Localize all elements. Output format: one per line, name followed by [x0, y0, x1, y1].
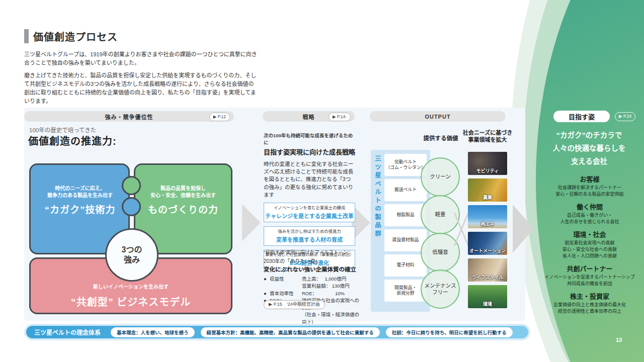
strengths-subtitle: 100年の歴史で培ってきた — [29, 126, 96, 134]
stakeholder-list: お客様 社会課題を解決するパートナー 安心・信頼のある製品の安定供給 働く仲間 … — [543, 174, 636, 319]
product-box-construction-materials: 建設資材製品 — [384, 229, 427, 251]
social-needs-label: 社会ニーズに基づき 事業領域を拡大 — [461, 129, 514, 144]
kpi-label — [270, 283, 302, 290]
output-header-pill: OUTPUT — [370, 111, 506, 122]
photo-label-automation: オートメーション — [468, 247, 507, 254]
stakeholder-employees: 働く仲間 自己成長・働きがい・ 人生の幸せを感じられる会社 — [543, 202, 636, 225]
photo-lifestyle: ライフスタイル — [468, 258, 507, 282]
strategy-box2-label: 強みを活かし伸ばすための推進力 — [265, 229, 354, 234]
intro-paragraph-1: 三ツ星ベルトグループは、1919年の創業よりお客さまや社会の課題の一つひとつに真… — [24, 50, 258, 67]
vision-headline: “カガク”のチカラで 人々の快適な暮らしを 支える会社 — [541, 129, 637, 168]
philosophy-label: 三ツ星ベルトの理念体系 — [30, 328, 105, 336]
title-accent-bar — [24, 29, 29, 43]
strengths-header-label: 強み・競争優位性 — [105, 113, 153, 121]
kpi-label: 資本効率性 — [270, 290, 302, 297]
stakeholder-co-creation-partners: 共創パートナー イノベーションを促進するパートナーシップ 共同成長の機会を創出 — [543, 263, 636, 287]
page-title: 価値創造プロセス — [33, 29, 118, 44]
kpi-label: 収益性 — [270, 276, 302, 283]
page-ref-p24[interactable]: ▶ P.24 — [615, 112, 635, 121]
photo-automation: オートメーション — [468, 232, 507, 255]
philosophy-bar: 三ツ星ベルトの理念体系 基本理念：人を想い、地球を想う 経営基本方針：高機能、高… — [26, 326, 528, 338]
strategy-box1-title: チャレンジを是とする企業風土改革 — [265, 212, 354, 220]
monozukuri-desc-line2: 安心・安全、信頼を生み出す — [135, 192, 231, 199]
strategy-lead: 次の100年も持続可能な成長を遂げるために — [264, 132, 355, 146]
three-strengths-line2: 強み — [124, 255, 140, 265]
photo-label-agriculture: 農業 — [468, 194, 507, 201]
product-box-transmission-belt: 伝動ベルト（ゴム・ウレタン） — [384, 154, 427, 176]
strategy-header-pill: 戦略 ▶ P.14- — [263, 111, 355, 122]
strengths-header-pill: 強み・競争優位性 ▶ P.12 — [24, 111, 234, 122]
photo-environment: 環境 — [468, 285, 507, 308]
kpi-value: ROE： 10% — [302, 290, 359, 297]
output-header-label: OUTPUT — [425, 114, 450, 120]
stakeholder-shareholders-investors: 株主・投資家 企業価値の向上と株主価値の最大化 経営の透明性と資本効率の向上 — [543, 291, 636, 314]
page-ref-p15-midterm-plan[interactable]: ▶ P.15 ’24中期経営計画 — [264, 300, 325, 309]
stakeholder-customers: お客様 社会課題を解決するパートナー 安心・信頼のある製品の安定供給 — [543, 174, 636, 197]
monozukuri-desc-line1: 製品の品質を担保し — [135, 185, 231, 192]
photo-mobility: モビリティ — [468, 152, 507, 175]
business-model-title: “共創型” ビジネスモデル — [29, 294, 232, 309]
three-strengths-puzzle-diagram: 時代のニーズに応え、 競争力のある製品を生み出す “カガク”技術力 製品の品質を… — [29, 162, 232, 316]
photo-label-environment: 環境 — [468, 301, 507, 307]
business-model-desc: 新しいイノベーションを生み出す — [29, 284, 232, 291]
page-ref-p14[interactable]: ▶ P.14- — [329, 113, 351, 121]
vision-header-pill: 目指す姿 — [553, 111, 610, 122]
vision-headline-line2: 人々の快適な暮らしを — [541, 142, 637, 155]
stakeholder-environment-society: 環境・社会 脱炭素社会実現への貢献 安心・安全な社会への貢献 省人化・人口問題へ… — [543, 229, 636, 259]
kagaku-desc-line1: 時代のニーズに応え、 — [32, 185, 128, 192]
strategy-heading: 目指す姿実現に向けた成長戦略 — [264, 147, 355, 156]
milestone-block: “目指す姿”実現に向けたマイルストーン： 2030年の「ありたい姿」 変化にぶれ… — [264, 248, 359, 326]
intro-paragraph-2: 磨き上げてきた技術力と、製品の品質を担保し安定した供給を実現するものづくりの力、… — [24, 71, 258, 106]
milestone-line2: 2030年の「ありたい姿」 — [264, 257, 359, 264]
product-group-vertical-label: 三ツ星ベルトの製品群 — [373, 155, 382, 306]
milestone-line3: 変化にぶれない強い企業体質の確立 — [264, 265, 359, 273]
strategy-box-talent: 強みを活かし伸ばすための推進力 変革を推進する人材の育成 — [264, 226, 355, 246]
strategy-body: 時代の変遷とともに変化する社会ニーズへ応え続けることで持続可能な成長を図るととも… — [264, 160, 355, 199]
monozukuri-title: ものづくりの力 — [135, 202, 231, 216]
business-model-block: 新しいイノベーションを生み出す “共創型” ビジネスモデル — [29, 284, 232, 309]
photo-agriculture: 農業 — [468, 178, 507, 202]
strategy-header-label: 戦略 — [303, 113, 315, 121]
photo-label-mobility: モビリティ — [468, 167, 507, 174]
strengths-heading: 価値創造の推進力: — [28, 133, 117, 148]
kpi-value: 売上高： 1,000億円 — [302, 276, 359, 283]
strategy-box-culture: イノベーションを育む企業風土の醸成 チャレンジを是とする企業風土改革 — [264, 203, 355, 222]
three-strengths-line1: 3つの — [122, 245, 142, 255]
social-needs-line2: 事業領域を拡大 — [461, 136, 514, 143]
kagaku-title: “カガク”技術力 — [32, 202, 128, 216]
vision-headline-line3: 支える会社 — [541, 155, 637, 168]
photo-renewable-energy: 再エネ — [468, 205, 507, 228]
kpi-bullet: ● — [264, 290, 270, 297]
photo-label-lifestyle: ライフスタイル — [468, 274, 507, 281]
social-needs-line1: 社会ニーズに基づき — [461, 129, 514, 136]
strategy-box1-label: イノベーションを育む企業風土の醸成 — [265, 205, 354, 211]
kpi-value: 営業利益額： 130億円 — [302, 283, 359, 290]
value-circle-maintenance-free: メンテナンスフリー — [421, 269, 460, 309]
strategy-box2-title: 変革を推進する人材の育成 — [265, 235, 354, 243]
kagaku-desc-line2: 競争力のある製品を生み出す — [32, 192, 128, 199]
product-box-conveyor-belt: 搬送ベルト — [384, 179, 427, 201]
multiply-icon — [453, 211, 470, 247]
photo-label-renewable-energy: 再エネ — [468, 221, 507, 227]
three-strengths-circle: 3つの 強み — [105, 228, 158, 282]
provided-value-label: 提供する価値 — [421, 134, 461, 142]
report-page: 価値創造プロセス 三ツ星ベルトグループは、1919年の創業よりお客さまや社会の課… — [0, 0, 644, 362]
vision-headline-line1: “カガク”のチカラで — [541, 129, 637, 142]
philosophy-pill-management-policy: 経営基本方針：高機能、高精密、高品質な製品の提供を通して社会に貢献する — [201, 327, 380, 337]
page-ref-p12[interactable]: ▶ P.12 — [209, 113, 230, 121]
philosophy-pill-basic-principle: 基本理念：人を想い、地球を想う — [111, 327, 195, 337]
philosophy-pill-company-motto: 社訓：今日に誇りを持ち、明日に希望を託し行動する — [386, 327, 513, 337]
kpi-bullet: ● — [264, 276, 270, 283]
value-circle-clean: クリーン — [421, 157, 460, 197]
intro-text: 三ツ星ベルトグループは、1919年の創業よりお客さまや社会の課題の一つひとつに真… — [24, 50, 258, 110]
kpi-bullet — [264, 283, 270, 290]
kagaku-technology-block: 時代のニーズに応え、 競争力のある製品を生み出す “カガク”技術力 — [32, 185, 128, 216]
product-box-electronic-materials: 電子材料 — [384, 254, 427, 277]
monozukuri-block: 製品の品質を担保し 安心・安全、信頼を生み出す ものづくりの力 — [135, 185, 231, 216]
milestone-line1: “目指す姿”実現に向けたマイルストーン： — [264, 248, 359, 255]
page-number: 13 — [616, 337, 622, 343]
